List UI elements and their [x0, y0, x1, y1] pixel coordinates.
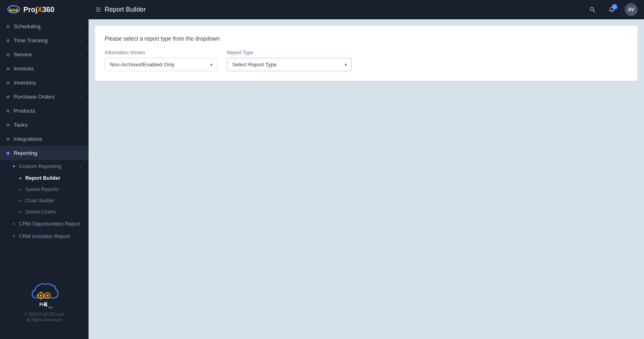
avatar-button[interactable]: AV	[625, 3, 638, 16]
tasks-dot	[6, 123, 10, 127]
time-tracking-chevron: ›	[80, 38, 82, 43]
saved-charts-label: Saved Charts	[25, 209, 56, 215]
saved-reports-dot	[19, 189, 21, 191]
sidebar-item-saved-charts[interactable]: Saved Charts	[0, 206, 89, 218]
sidebar-footer-copyright: © 2024 ProjX360.com All Rights Reserved	[25, 312, 64, 323]
inventory-chevron: ›	[80, 80, 82, 85]
sidebar-item-chart-builder[interactable]: Chart Builder	[0, 195, 89, 206]
sidebar-item-time-tracking[interactable]: Time Tracking ›	[0, 33, 89, 47]
purchase-orders-chevron: ›	[80, 95, 82, 99]
integrations-dot	[6, 138, 10, 141]
report-type-label: Report Type	[227, 50, 352, 55]
sidebar-item-inventory[interactable]: Inventory ›	[0, 76, 89, 90]
products-dot	[6, 109, 10, 113]
notification-button[interactable]: 11	[605, 3, 618, 16]
logo: ProjX360	[6, 4, 95, 15]
chart-builder-dot	[19, 200, 21, 202]
svg-rect-6	[96, 11, 101, 12]
time-tracking-dot	[6, 39, 10, 42]
information-shown-select-wrapper: Non-Archived/Enabled Only Archived Only …	[105, 58, 217, 71]
svg-line-8	[593, 10, 595, 12]
information-shown-select[interactable]: Non-Archived/Enabled Only Archived Only …	[105, 58, 217, 71]
saved-reports-label: Saved Reports	[25, 187, 59, 192]
products-label: Products	[14, 108, 82, 114]
sidebar-item-service[interactable]: Service ›	[0, 47, 89, 62]
svg-rect-13	[40, 292, 42, 293]
sidebar-item-purchase-orders[interactable]: Purchase Orders ›	[0, 90, 89, 104]
chart-builder-label: Chart Builder	[25, 198, 55, 203]
report-builder-label: Report Builder	[25, 175, 60, 181]
svg-point-7	[590, 8, 594, 11]
time-tracking-label: Time Tracking	[14, 37, 80, 43]
main-content: Please select a report type from the dro…	[89, 19, 644, 339]
svg-text:Proj: Proj	[39, 302, 47, 307]
sidebar-item-invoices[interactable]: Invoices	[0, 62, 89, 76]
purchase-orders-dot	[6, 95, 10, 99]
service-chevron: ›	[80, 52, 82, 57]
sidebar-item-scheduling[interactable]: Scheduling ›	[0, 19, 89, 33]
sidebar-item-reporting[interactable]: Reporting ⌄	[0, 146, 89, 160]
svg-point-12	[46, 294, 49, 297]
page-title: Report Builder	[105, 6, 146, 13]
svg-rect-5	[96, 9, 101, 10]
report-builder-card: Please select a report type from the dro…	[95, 26, 638, 81]
header: ProjX360 Report Builder 11 AV	[0, 0, 644, 19]
sidebar: Scheduling › Time Tracking › Service › I…	[0, 19, 89, 339]
svg-rect-4	[96, 8, 101, 8]
svg-text:360: 360	[48, 306, 53, 309]
tasks-chevron: ›	[80, 123, 82, 127]
sidebar-item-saved-reports[interactable]: Saved Reports	[0, 184, 89, 195]
svg-point-10	[40, 294, 42, 297]
inventory-dot	[6, 81, 10, 84]
report-type-group: Report Type Select Report Type	[227, 50, 352, 71]
reporting-chevron: ⌄	[78, 150, 82, 156]
scheduling-label: Scheduling	[14, 23, 80, 29]
service-dot	[6, 53, 10, 56]
card-instruction: Please select a report type from the dro…	[105, 35, 628, 42]
custom-reporting-dot	[13, 165, 15, 167]
inventory-label: Inventory	[14, 80, 80, 86]
notification-badge: 11	[612, 4, 617, 10]
information-shown-group: Information Shown Non-Archived/Enabled O…	[105, 50, 217, 71]
invoices-dot	[6, 67, 10, 70]
logo-text: ProjX360	[23, 6, 54, 14]
report-type-select[interactable]: Select Report Type	[227, 58, 352, 71]
sidebar-collapse-button[interactable]	[95, 6, 101, 13]
search-button[interactable]	[586, 3, 599, 16]
scheduling-dot	[6, 25, 10, 28]
tasks-label: Tasks	[14, 122, 80, 128]
filter-row: Information Shown Non-Archived/Enabled O…	[105, 50, 628, 71]
purchase-orders-label: Purchase Orders	[14, 94, 80, 100]
custom-reporting-label: Custom Reporting	[19, 163, 78, 169]
crm-opportunities-label: CRM Opportunities Report	[19, 221, 80, 227]
report-builder-dot	[19, 177, 21, 179]
sidebar-item-crm-activities[interactable]: CRM Activities Report	[0, 230, 89, 242]
integrations-label: Integrations	[14, 136, 82, 142]
logo-icon	[6, 4, 21, 15]
report-type-select-wrapper: Select Report Type	[227, 58, 352, 71]
sidebar-footer: X Proj 360 © 2024 ProjX360.com All Right…	[0, 269, 89, 331]
crm-activities-label: CRM Activities Report	[19, 233, 70, 239]
invoices-label: Invoices	[14, 66, 82, 72]
sidebar-item-tasks[interactable]: Tasks ›	[0, 118, 89, 132]
sidebar-item-custom-reporting[interactable]: Custom Reporting ⌄	[0, 160, 89, 173]
sidebar-footer-logo-icon: X Proj 360	[28, 277, 60, 309]
svg-rect-15	[37, 294, 38, 297]
crm-activities-dot	[13, 235, 15, 237]
sidebar-item-report-builder[interactable]: Report Builder	[0, 173, 89, 184]
scheduling-chevron: ›	[80, 24, 82, 29]
header-actions: 11 AV	[586, 3, 638, 16]
sidebar-item-products[interactable]: Products	[0, 104, 89, 118]
svg-rect-16	[43, 294, 44, 297]
custom-reporting-chevron: ⌄	[78, 164, 82, 169]
sidebar-item-crm-opportunities[interactable]: CRM Opportunities Report	[0, 218, 89, 230]
saved-charts-dot	[19, 211, 21, 213]
reporting-dot	[6, 152, 10, 155]
reporting-label: Reporting	[14, 150, 78, 156]
crm-opportunities-dot	[13, 223, 15, 225]
main-layout: Scheduling › Time Tracking › Service › I…	[0, 19, 644, 339]
information-shown-label: Information Shown	[105, 50, 217, 55]
service-label: Service	[14, 51, 80, 58]
svg-rect-14	[40, 298, 42, 299]
sidebar-item-integrations[interactable]: Integrations	[0, 132, 89, 146]
